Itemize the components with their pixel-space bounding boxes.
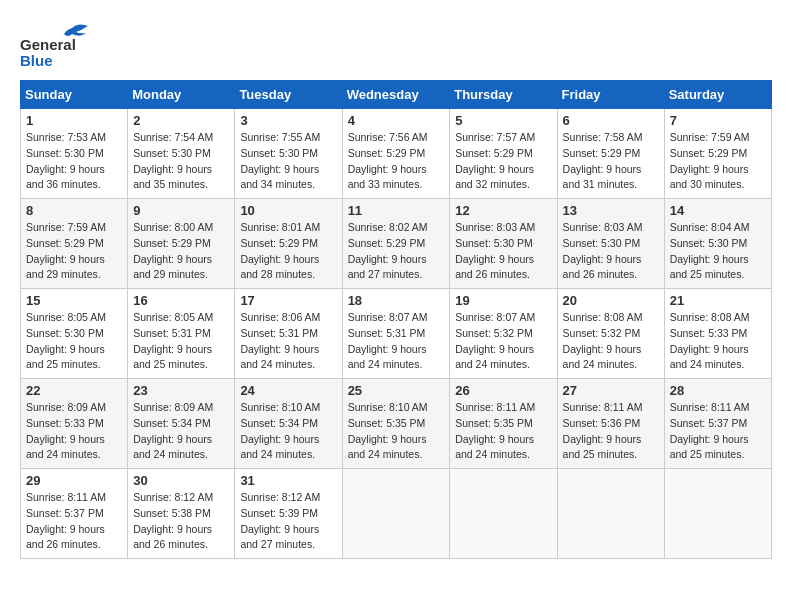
- calendar-cell: 31 Sunrise: 8:12 AMSunset: 5:39 PMDaylig…: [235, 469, 342, 559]
- calendar-cell: 27 Sunrise: 8:11 AMSunset: 5:36 PMDaylig…: [557, 379, 664, 469]
- calendar-cell: 7 Sunrise: 7:59 AMSunset: 5:29 PMDayligh…: [664, 109, 771, 199]
- day-info: Sunrise: 8:09 AMSunset: 5:33 PMDaylight:…: [26, 401, 106, 460]
- calendar-cell: 2 Sunrise: 7:54 AMSunset: 5:30 PMDayligh…: [128, 109, 235, 199]
- day-number: 25: [348, 383, 445, 398]
- day-info: Sunrise: 8:04 AMSunset: 5:30 PMDaylight:…: [670, 221, 750, 280]
- day-number: 29: [26, 473, 122, 488]
- calendar-table: SundayMondayTuesdayWednesdayThursdayFrid…: [20, 80, 772, 559]
- day-number: 8: [26, 203, 122, 218]
- day-info: Sunrise: 7:59 AMSunset: 5:29 PMDaylight:…: [670, 131, 750, 190]
- calendar-cell: [557, 469, 664, 559]
- day-info: Sunrise: 8:08 AMSunset: 5:33 PMDaylight:…: [670, 311, 750, 370]
- calendar-cell: 30 Sunrise: 8:12 AMSunset: 5:38 PMDaylig…: [128, 469, 235, 559]
- calendar-cell: 21 Sunrise: 8:08 AMSunset: 5:33 PMDaylig…: [664, 289, 771, 379]
- day-number: 22: [26, 383, 122, 398]
- day-info: Sunrise: 8:03 AMSunset: 5:30 PMDaylight:…: [563, 221, 643, 280]
- day-number: 5: [455, 113, 551, 128]
- day-number: 9: [133, 203, 229, 218]
- day-info: Sunrise: 8:10 AMSunset: 5:34 PMDaylight:…: [240, 401, 320, 460]
- calendar-cell: 26 Sunrise: 8:11 AMSunset: 5:35 PMDaylig…: [450, 379, 557, 469]
- day-info: Sunrise: 8:01 AMSunset: 5:29 PMDaylight:…: [240, 221, 320, 280]
- day-info: Sunrise: 7:58 AMSunset: 5:29 PMDaylight:…: [563, 131, 643, 190]
- week-row-5: 29 Sunrise: 8:11 AMSunset: 5:37 PMDaylig…: [21, 469, 772, 559]
- calendar-cell: 19 Sunrise: 8:07 AMSunset: 5:32 PMDaylig…: [450, 289, 557, 379]
- day-number: 19: [455, 293, 551, 308]
- day-info: Sunrise: 8:12 AMSunset: 5:39 PMDaylight:…: [240, 491, 320, 550]
- day-number: 21: [670, 293, 766, 308]
- day-info: Sunrise: 7:57 AMSunset: 5:29 PMDaylight:…: [455, 131, 535, 190]
- weekday-header-thursday: Thursday: [450, 81, 557, 109]
- calendar-body: 1 Sunrise: 7:53 AMSunset: 5:30 PMDayligh…: [21, 109, 772, 559]
- day-info: Sunrise: 8:02 AMSunset: 5:29 PMDaylight:…: [348, 221, 428, 280]
- day-number: 2: [133, 113, 229, 128]
- day-number: 30: [133, 473, 229, 488]
- day-number: 26: [455, 383, 551, 398]
- day-info: Sunrise: 8:12 AMSunset: 5:38 PMDaylight:…: [133, 491, 213, 550]
- calendar-cell: 9 Sunrise: 8:00 AMSunset: 5:29 PMDayligh…: [128, 199, 235, 289]
- calendar-cell: 24 Sunrise: 8:10 AMSunset: 5:34 PMDaylig…: [235, 379, 342, 469]
- day-info: Sunrise: 7:59 AMSunset: 5:29 PMDaylight:…: [26, 221, 106, 280]
- calendar-cell: 6 Sunrise: 7:58 AMSunset: 5:29 PMDayligh…: [557, 109, 664, 199]
- day-info: Sunrise: 8:00 AMSunset: 5:29 PMDaylight:…: [133, 221, 213, 280]
- logo: General Blue: [20, 20, 110, 70]
- day-number: 1: [26, 113, 122, 128]
- day-number: 27: [563, 383, 659, 398]
- calendar-cell: [664, 469, 771, 559]
- calendar-cell: 3 Sunrise: 7:55 AMSunset: 5:30 PMDayligh…: [235, 109, 342, 199]
- day-number: 3: [240, 113, 336, 128]
- day-number: 20: [563, 293, 659, 308]
- logo-svg: General Blue: [20, 20, 110, 70]
- calendar-cell: 14 Sunrise: 8:04 AMSunset: 5:30 PMDaylig…: [664, 199, 771, 289]
- day-info: Sunrise: 7:54 AMSunset: 5:30 PMDaylight:…: [133, 131, 213, 190]
- calendar-cell: 15 Sunrise: 8:05 AMSunset: 5:30 PMDaylig…: [21, 289, 128, 379]
- weekday-header-friday: Friday: [557, 81, 664, 109]
- week-row-2: 8 Sunrise: 7:59 AMSunset: 5:29 PMDayligh…: [21, 199, 772, 289]
- page-header: General Blue: [20, 20, 772, 70]
- day-info: Sunrise: 7:56 AMSunset: 5:29 PMDaylight:…: [348, 131, 428, 190]
- weekday-header-monday: Monday: [128, 81, 235, 109]
- day-number: 10: [240, 203, 336, 218]
- day-number: 15: [26, 293, 122, 308]
- svg-text:General: General: [20, 36, 76, 53]
- day-number: 6: [563, 113, 659, 128]
- day-number: 23: [133, 383, 229, 398]
- day-number: 7: [670, 113, 766, 128]
- day-number: 4: [348, 113, 445, 128]
- calendar-cell: 29 Sunrise: 8:11 AMSunset: 5:37 PMDaylig…: [21, 469, 128, 559]
- day-info: Sunrise: 8:07 AMSunset: 5:32 PMDaylight:…: [455, 311, 535, 370]
- day-info: Sunrise: 8:11 AMSunset: 5:37 PMDaylight:…: [670, 401, 750, 460]
- calendar-cell: 4 Sunrise: 7:56 AMSunset: 5:29 PMDayligh…: [342, 109, 450, 199]
- day-info: Sunrise: 8:03 AMSunset: 5:30 PMDaylight:…: [455, 221, 535, 280]
- calendar-cell: 1 Sunrise: 7:53 AMSunset: 5:30 PMDayligh…: [21, 109, 128, 199]
- weekday-header-sunday: Sunday: [21, 81, 128, 109]
- day-number: 13: [563, 203, 659, 218]
- calendar-cell: 18 Sunrise: 8:07 AMSunset: 5:31 PMDaylig…: [342, 289, 450, 379]
- week-row-3: 15 Sunrise: 8:05 AMSunset: 5:30 PMDaylig…: [21, 289, 772, 379]
- day-info: Sunrise: 8:09 AMSunset: 5:34 PMDaylight:…: [133, 401, 213, 460]
- day-info: Sunrise: 8:05 AMSunset: 5:31 PMDaylight:…: [133, 311, 213, 370]
- day-info: Sunrise: 8:10 AMSunset: 5:35 PMDaylight:…: [348, 401, 428, 460]
- calendar-cell: 12 Sunrise: 8:03 AMSunset: 5:30 PMDaylig…: [450, 199, 557, 289]
- calendar-cell: 16 Sunrise: 8:05 AMSunset: 5:31 PMDaylig…: [128, 289, 235, 379]
- day-info: Sunrise: 8:06 AMSunset: 5:31 PMDaylight:…: [240, 311, 320, 370]
- day-info: Sunrise: 8:05 AMSunset: 5:30 PMDaylight:…: [26, 311, 106, 370]
- weekday-header-wednesday: Wednesday: [342, 81, 450, 109]
- day-number: 17: [240, 293, 336, 308]
- calendar-cell: 8 Sunrise: 7:59 AMSunset: 5:29 PMDayligh…: [21, 199, 128, 289]
- day-info: Sunrise: 8:11 AMSunset: 5:35 PMDaylight:…: [455, 401, 535, 460]
- svg-text:Blue: Blue: [20, 52, 53, 69]
- week-row-4: 22 Sunrise: 8:09 AMSunset: 5:33 PMDaylig…: [21, 379, 772, 469]
- calendar-cell: [342, 469, 450, 559]
- day-info: Sunrise: 8:11 AMSunset: 5:37 PMDaylight:…: [26, 491, 106, 550]
- day-number: 12: [455, 203, 551, 218]
- calendar-cell: 17 Sunrise: 8:06 AMSunset: 5:31 PMDaylig…: [235, 289, 342, 379]
- calendar-cell: 11 Sunrise: 8:02 AMSunset: 5:29 PMDaylig…: [342, 199, 450, 289]
- day-number: 14: [670, 203, 766, 218]
- day-info: Sunrise: 8:08 AMSunset: 5:32 PMDaylight:…: [563, 311, 643, 370]
- day-number: 24: [240, 383, 336, 398]
- day-info: Sunrise: 7:53 AMSunset: 5:30 PMDaylight:…: [26, 131, 106, 190]
- calendar-cell: [450, 469, 557, 559]
- calendar-cell: 22 Sunrise: 8:09 AMSunset: 5:33 PMDaylig…: [21, 379, 128, 469]
- day-number: 11: [348, 203, 445, 218]
- calendar-cell: 5 Sunrise: 7:57 AMSunset: 5:29 PMDayligh…: [450, 109, 557, 199]
